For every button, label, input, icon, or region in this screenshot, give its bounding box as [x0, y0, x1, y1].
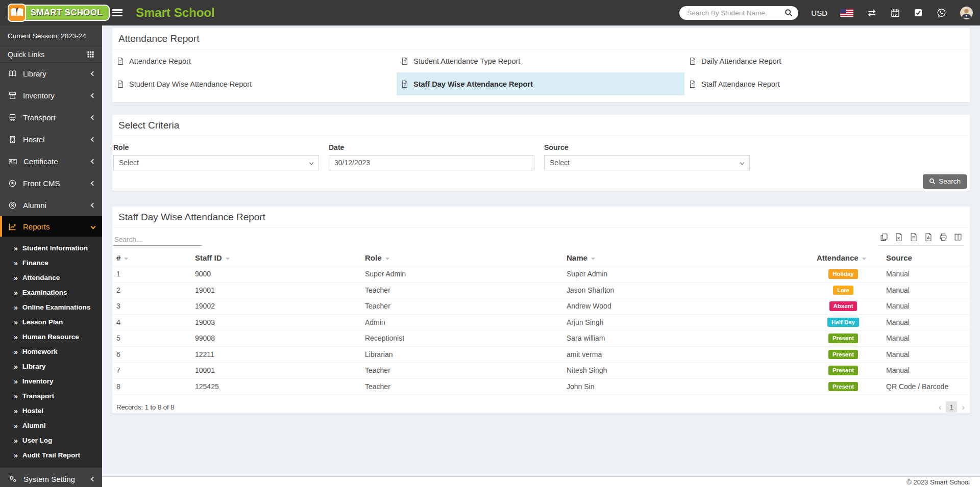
- submenu-item-label: Examinations: [22, 289, 67, 296]
- submenu-item-label: Hostel: [22, 407, 43, 415]
- cell-source: Manual: [874, 363, 970, 379]
- task-check-icon[interactable]: [913, 8, 923, 18]
- column-header-role[interactable]: Role: [361, 251, 562, 266]
- submenu-item-transport[interactable]: »Transport: [0, 389, 102, 403]
- cell-staff-id: 99008: [191, 330, 361, 347]
- column-header-name[interactable]: Name: [562, 251, 813, 266]
- sidebar-item-system-setting[interactable]: System Setting: [0, 468, 102, 487]
- submenu-item-homework[interactable]: »Homework: [0, 344, 102, 359]
- submenu-item-online-examinations[interactable]: »Online Examinations: [0, 300, 102, 315]
- sidebar-item-hostel[interactable]: Hostel: [0, 129, 102, 150]
- chevron-down-icon: [91, 224, 96, 229]
- sidebar-item-transport[interactable]: Transport: [0, 107, 102, 129]
- report-link-staff-day-wise-attendance-report[interactable]: Staff Day Wise Attendance Report: [397, 72, 684, 95]
- user-avatar[interactable]: [960, 6, 973, 20]
- swap-arrows-icon[interactable]: [866, 8, 877, 18]
- double-chevron-icon: »: [14, 259, 18, 267]
- field-value: Select: [550, 159, 570, 167]
- report-link-student-day-wise-attendance-report[interactable]: Student Day Wise Attendance Report: [112, 72, 397, 95]
- language-flag-icon[interactable]: [840, 9, 853, 17]
- submenu-item-finance[interactable]: »Finance: [0, 255, 102, 270]
- cell-num: 6: [112, 346, 191, 363]
- cell-attendance: Holiday: [813, 266, 874, 283]
- report-link-student-attendance-type-report[interactable]: Student Attendance Type Report: [397, 49, 684, 72]
- sidebar-item-label: Alumni: [23, 201, 91, 210]
- file-icon: [117, 57, 124, 65]
- submenu-item-lesson-plan[interactable]: »Lesson Plan: [0, 315, 102, 329]
- cell-staff-id: 12211: [191, 346, 361, 363]
- table-row: 419003AdminArjun SinghHalf DayManual: [112, 314, 970, 330]
- cell-source: Manual: [874, 266, 970, 283]
- sidebar-item-label: System Setting: [23, 475, 91, 483]
- submenu-item-hostel[interactable]: »Hostel: [0, 403, 102, 418]
- sidebar-item-alumni[interactable]: Alumni: [0, 194, 102, 216]
- report-link-label: Student Attendance Type Report: [413, 57, 520, 65]
- search-icon[interactable]: [785, 9, 798, 17]
- submenu-item-audit-trail-report[interactable]: »Audit Trail Report: [0, 448, 102, 463]
- whatsapp-icon[interactable]: [936, 8, 947, 18]
- copy-icon[interactable]: [879, 233, 889, 242]
- report-link-label: Staff Attendance Report: [701, 80, 780, 88]
- report-link-daily-attendance-report[interactable]: Daily Attendance Report: [684, 49, 970, 72]
- pagination-prev[interactable]: ‹: [938, 403, 943, 412]
- submenu-item-inventory[interactable]: »Inventory: [0, 374, 102, 389]
- student-search-input[interactable]: [679, 9, 785, 17]
- file-icon: [689, 80, 696, 88]
- pagination-next[interactable]: ›: [961, 403, 966, 412]
- pagination-page-1[interactable]: 1: [946, 401, 957, 413]
- submenu-item-examinations[interactable]: »Examinations: [0, 285, 102, 300]
- source-select[interactable]: Select: [544, 155, 750, 170]
- column-header-source[interactable]: Source: [874, 251, 970, 266]
- report-link-label: Daily Attendance Report: [701, 57, 781, 65]
- current-session-label: Current Session: 2023-24: [0, 25, 102, 46]
- submenu-item-student-information[interactable]: »Student Information: [0, 241, 102, 255]
- submenu-item-human-resource[interactable]: »Human Resource: [0, 329, 102, 344]
- cell-source: Manual: [874, 330, 970, 347]
- attendance-badge: Present: [828, 334, 858, 343]
- search-icon: [929, 178, 936, 185]
- sidebar-menu: LibraryInventoryTransportHostelCertifica…: [0, 63, 102, 216]
- submenu-item-label: Online Examinations: [22, 303, 91, 311]
- cell-name: amit verma: [562, 346, 813, 363]
- excel-export-icon[interactable]: [894, 233, 903, 242]
- calendar-icon[interactable]: [890, 8, 900, 18]
- pdf-export-icon[interactable]: [924, 233, 933, 242]
- sidebar-item-reports[interactable]: Reports: [0, 216, 102, 237]
- double-chevron-icon: »: [14, 407, 18, 415]
- column-header-[interactable]: #: [112, 251, 191, 266]
- column-header-attendance[interactable]: Attendance: [813, 251, 874, 266]
- sidebar-item-front-cms[interactable]: Front CMS: [0, 172, 102, 194]
- field-source: SourceSelect: [544, 143, 750, 170]
- sidebar-item-inventory[interactable]: Inventory: [0, 85, 102, 107]
- criteria-fields: RoleSelectDate30/12/2023SourceSelect: [112, 136, 970, 170]
- sidebar-item-library[interactable]: Library: [0, 63, 102, 85]
- quick-links-row[interactable]: Quick Links: [0, 46, 102, 63]
- column-visibility-icon[interactable]: [953, 233, 963, 242]
- report-link-attendance-report[interactable]: Attendance Report: [112, 49, 397, 72]
- sort-caret-icon: [124, 258, 128, 260]
- submenu-item-alumni[interactable]: »Alumni: [0, 418, 102, 433]
- column-header-staff-id[interactable]: Staff ID: [191, 251, 361, 266]
- chevron-left-icon: [91, 137, 96, 142]
- submenu-item-user-log[interactable]: »User Log: [0, 433, 102, 448]
- cell-attendance: Present: [813, 346, 874, 363]
- app-logo[interactable]: SMART SCHOOL: [7, 4, 110, 22]
- sidebar-item-label: Library: [23, 69, 91, 78]
- csv-export-icon[interactable]: [909, 233, 918, 242]
- date-input[interactable]: 30/12/2023: [329, 155, 534, 170]
- submenu-item-library[interactable]: »Library: [0, 359, 102, 374]
- hamburger-menu-icon[interactable]: [112, 8, 122, 18]
- role-select[interactable]: Select: [113, 155, 319, 170]
- print-icon[interactable]: [939, 233, 948, 242]
- sidebar-item-certificate[interactable]: Certificate: [0, 150, 102, 172]
- search-button[interactable]: Search: [923, 174, 967, 189]
- report-links-grid: Attendance ReportStudent Attendance Type…: [112, 49, 970, 95]
- currency-selector[interactable]: USD: [811, 9, 827, 17]
- grid-icon[interactable]: [87, 50, 94, 58]
- certificate-icon: [8, 157, 17, 166]
- cell-role: Teacher: [361, 363, 562, 379]
- table-search-input[interactable]: [113, 234, 202, 246]
- report-link-staff-attendance-report[interactable]: Staff Attendance Report: [684, 72, 970, 95]
- submenu-item-attendance[interactable]: »Attendance: [0, 270, 102, 285]
- building-icon: [8, 135, 17, 144]
